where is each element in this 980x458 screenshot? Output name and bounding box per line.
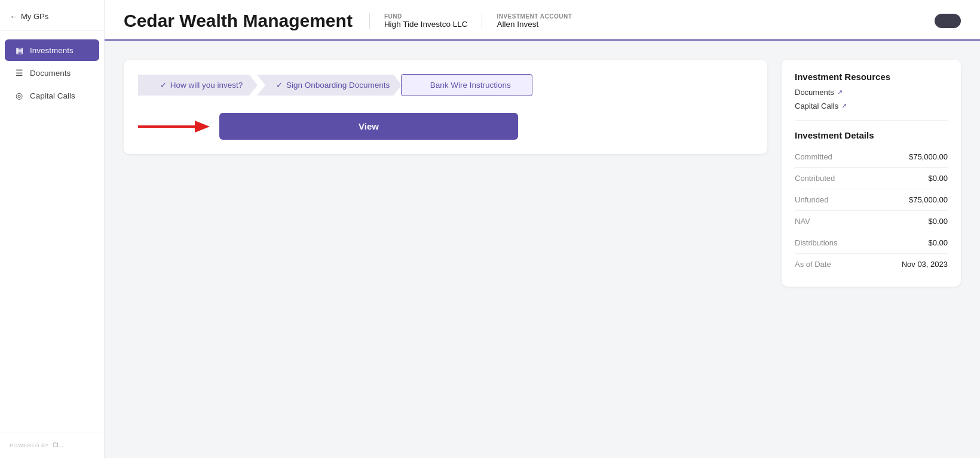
details-row-nav: NAV $0.00 [795,211,948,232]
details-row-as-of-date: As of Date Nov 03, 2023 [795,254,948,275]
sidebar-item-capital-calls-label: Capital Calls [30,91,75,100]
back-button[interactable]: ← My GPs [0,0,104,31]
sidebar-item-documents-label: Documents [30,69,71,78]
step-check-1: ✓ [160,81,167,90]
header-meta: FUND High Tide Investco LLC INVESTMENT A… [367,13,572,29]
step-onboarding-label: Sign Onboarding Documents [286,81,390,90]
documents-external-icon: ↗ [837,88,843,96]
capital-calls-link[interactable]: Capital Calls ↗ [795,102,948,110]
meta-divider-2 [482,13,482,29]
step-onboarding: ✓ Sign Onboarding Documents [257,75,402,96]
back-icon: ← [10,12,17,21]
documents-icon: ☰ [14,68,24,78]
details-row-distributions: Distributions $0.00 [795,232,948,254]
svg-marker-1 [195,121,210,133]
details-table: Committed $75,000.00 Contributed $0.00 U… [795,146,948,275]
documents-link-label: Documents [795,88,834,97]
page-title: Cedar Wealth Management [124,11,353,31]
capital-calls-external-icon: ↗ [841,102,847,110]
capital-calls-icon: ◎ [14,91,24,100]
meta-divider-1 [369,13,370,29]
stepper-card: ✓ How will you invest? ✓ Sign Onboarding… [124,60,767,154]
sidebar-item-documents[interactable]: ☰ Documents [5,62,99,84]
investment-account-value: Allen Invest [497,20,572,29]
resources-title: Investment Resources [795,72,948,82]
toggle-switch[interactable] [935,14,961,28]
back-label: My GPs [21,12,48,21]
action-area: View [138,113,753,140]
as-of-date-value: Nov 03, 2023 [902,260,948,269]
details-title: Investment Details [795,130,948,140]
step-wire: Bank Wire Instructions [401,74,532,96]
details-row-unfunded: Unfunded $75,000.00 [795,189,948,211]
red-arrow [138,116,210,137]
nav-value: $0.00 [928,217,948,226]
investment-account-label: INVESTMENT ACCOUNT [497,13,572,20]
brand-label: Cl... [53,442,63,448]
powered-by-label: POWERED BY [10,442,49,448]
nav-label: NAV [795,217,810,226]
main-content: Cedar Wealth Management FUND High Tide I… [105,0,980,458]
view-button[interactable]: View [219,113,518,140]
sidebar-item-investments-label: Investments [30,46,74,55]
investment-account-meta: INVESTMENT ACCOUNT Allen Invest [497,13,572,29]
step-invest-label: How will you invest? [170,81,243,90]
step-invest: ✓ How will you invest? [138,75,258,96]
capital-calls-link-label: Capital Calls [795,102,838,110]
step-check-2: ✓ [276,81,283,90]
content-area: ✓ How will you invest? ✓ Sign Onboarding… [105,41,980,458]
card-divider [795,120,948,121]
contributed-label: Contributed [795,174,835,183]
header: Cedar Wealth Management FUND High Tide I… [105,0,980,41]
investments-icon: ▦ [14,45,24,55]
fund-meta: FUND High Tide Investco LLC [384,13,468,29]
main-panel: ✓ How will you invest? ✓ Sign Onboarding… [124,60,767,439]
committed-label: Committed [795,152,832,161]
contributed-value: $0.00 [928,174,948,183]
sidebar-item-capital-calls[interactable]: ◎ Capital Calls [5,85,99,106]
details-row-contributed: Contributed $0.00 [795,168,948,189]
stepper: ✓ How will you invest? ✓ Sign Onboarding… [138,74,753,96]
distributions-label: Distributions [795,238,838,247]
step-wire-label: Bank Wire Instructions [430,81,511,90]
fund-value: High Tide Investco LLC [384,20,468,29]
distributions-value: $0.00 [928,238,948,247]
sidebar-item-investments[interactable]: ▦ Investments [5,39,99,61]
as-of-date-label: As of Date [795,260,831,269]
details-row-committed: Committed $75,000.00 [795,146,948,168]
sidebar-footer: POWERED BY Cl... [0,432,104,458]
right-panel: Investment Resources Documents ↗ Capital… [782,60,961,439]
unfunded-value: $75,000.00 [909,195,948,204]
unfunded-label: Unfunded [795,195,828,204]
documents-link[interactable]: Documents ↗ [795,88,948,97]
header-top: Cedar Wealth Management FUND High Tide I… [124,11,961,39]
header-left: Cedar Wealth Management FUND High Tide I… [124,11,572,31]
sidebar: ← My GPs ▦ Investments ☰ Documents ◎ Cap… [0,0,105,458]
fund-label: FUND [384,13,468,20]
sidebar-nav: ▦ Investments ☰ Documents ◎ Capital Call… [0,31,104,432]
committed-value: $75,000.00 [909,152,948,161]
resources-card: Investment Resources Documents ↗ Capital… [782,60,961,287]
